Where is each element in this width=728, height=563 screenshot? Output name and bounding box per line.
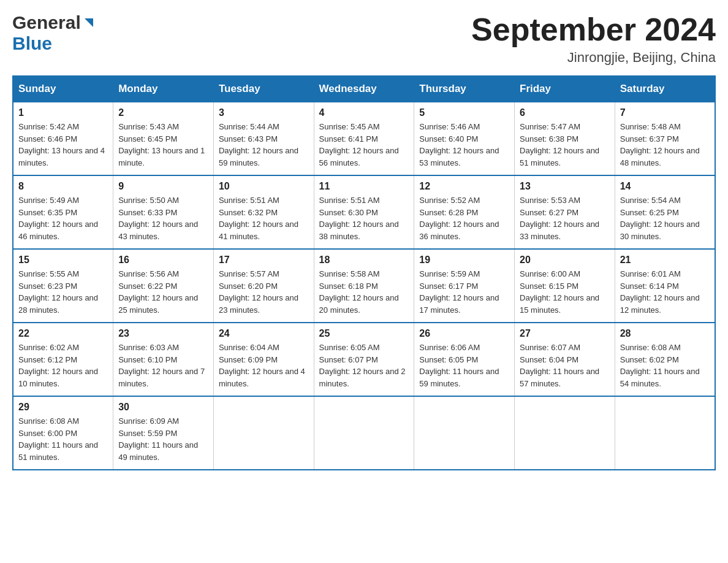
day-number: 24 (219, 328, 309, 339)
day-number: 18 (319, 255, 409, 266)
calendar-week-row: 15 Sunrise: 5:55 AM Sunset: 6:23 PM Dayl… (13, 249, 715, 323)
calendar-day-header-monday: Monday (113, 76, 214, 102)
day-info: Sunrise: 5:59 AM Sunset: 6:17 PM Dayligh… (419, 268, 509, 316)
day-number: 22 (18, 328, 108, 339)
day-number: 16 (118, 255, 208, 266)
calendar-cell (314, 396, 414, 470)
day-info: Sunrise: 5:45 AM Sunset: 6:41 PM Dayligh… (319, 121, 409, 169)
calendar-cell: 16 Sunrise: 5:56 AM Sunset: 6:22 PM Dayl… (113, 249, 214, 323)
calendar-cell: 19 Sunrise: 5:59 AM Sunset: 6:17 PM Dayl… (414, 249, 515, 323)
calendar-cell: 18 Sunrise: 5:58 AM Sunset: 6:18 PM Dayl… (314, 249, 414, 323)
day-number: 30 (118, 402, 208, 413)
calendar-day-header-tuesday: Tuesday (213, 76, 314, 102)
day-info: Sunrise: 5:51 AM Sunset: 6:30 PM Dayligh… (319, 194, 409, 242)
day-number: 10 (219, 181, 309, 192)
day-number: 2 (118, 107, 208, 118)
day-number: 11 (319, 181, 409, 192)
day-info: Sunrise: 5:46 AM Sunset: 6:40 PM Dayligh… (419, 121, 509, 169)
calendar-cell (213, 396, 314, 470)
calendar-table: SundayMondayTuesdayWednesdayThursdayFrid… (12, 75, 716, 470)
day-number: 29 (18, 402, 108, 413)
calendar-week-row: 8 Sunrise: 5:49 AM Sunset: 6:35 PM Dayli… (13, 175, 715, 249)
day-number: 4 (319, 107, 409, 118)
day-number: 14 (620, 181, 710, 192)
day-info: Sunrise: 5:54 AM Sunset: 6:25 PM Dayligh… (620, 194, 710, 242)
calendar-day-header-sunday: Sunday (13, 76, 113, 102)
day-info: Sunrise: 6:08 AM Sunset: 6:02 PM Dayligh… (620, 342, 710, 389)
calendar-cell: 4 Sunrise: 5:45 AM Sunset: 6:41 PM Dayli… (314, 102, 414, 175)
day-number: 25 (319, 328, 409, 339)
calendar-day-header-wednesday: Wednesday (314, 76, 414, 102)
day-number: 20 (520, 255, 610, 266)
day-info: Sunrise: 6:09 AM Sunset: 5:59 PM Dayligh… (118, 415, 208, 463)
day-number: 1 (18, 107, 108, 118)
logo: General Blue (12, 12, 96, 54)
day-info: Sunrise: 6:00 AM Sunset: 6:15 PM Dayligh… (520, 268, 610, 316)
day-number: 28 (620, 328, 710, 339)
calendar-cell: 13 Sunrise: 5:53 AM Sunset: 6:27 PM Dayl… (515, 175, 615, 249)
logo-blue-text: Blue (12, 33, 52, 53)
day-info: Sunrise: 5:50 AM Sunset: 6:33 PM Dayligh… (118, 194, 208, 242)
calendar-cell: 15 Sunrise: 5:55 AM Sunset: 6:23 PM Dayl… (13, 249, 113, 323)
day-number: 7 (620, 107, 710, 118)
month-year-title: September 2024 (471, 12, 716, 47)
svg-marker-0 (85, 18, 93, 27)
day-info: Sunrise: 5:53 AM Sunset: 6:27 PM Dayligh… (520, 194, 610, 242)
day-info: Sunrise: 5:43 AM Sunset: 6:45 PM Dayligh… (118, 121, 208, 169)
calendar-cell: 29 Sunrise: 6:08 AM Sunset: 6:00 PM Dayl… (13, 396, 113, 470)
day-info: Sunrise: 6:04 AM Sunset: 6:09 PM Dayligh… (219, 342, 309, 389)
location-label: Jinrongjie, Beijing, China (471, 50, 716, 66)
day-number: 9 (118, 181, 208, 192)
calendar-week-row: 1 Sunrise: 5:42 AM Sunset: 6:46 PM Dayli… (13, 102, 715, 175)
calendar-cell: 17 Sunrise: 5:57 AM Sunset: 6:20 PM Dayl… (213, 249, 314, 323)
calendar-cell: 26 Sunrise: 6:06 AM Sunset: 6:05 PM Dayl… (414, 323, 515, 396)
calendar-cell: 10 Sunrise: 5:51 AM Sunset: 6:32 PM Dayl… (213, 175, 314, 249)
calendar-cell (515, 396, 615, 470)
calendar-day-header-saturday: Saturday (615, 76, 715, 102)
day-number: 19 (419, 255, 509, 266)
calendar-cell: 20 Sunrise: 6:00 AM Sunset: 6:15 PM Dayl… (515, 249, 615, 323)
day-info: Sunrise: 5:51 AM Sunset: 6:32 PM Dayligh… (219, 194, 309, 242)
day-info: Sunrise: 5:55 AM Sunset: 6:23 PM Dayligh… (18, 268, 108, 316)
day-info: Sunrise: 5:49 AM Sunset: 6:35 PM Dayligh… (18, 194, 108, 242)
day-info: Sunrise: 5:48 AM Sunset: 6:37 PM Dayligh… (620, 121, 710, 169)
day-number: 23 (118, 328, 208, 339)
logo-arrow-icon (82, 16, 96, 32)
day-info: Sunrise: 6:01 AM Sunset: 6:14 PM Dayligh… (620, 268, 710, 316)
calendar-day-header-thursday: Thursday (414, 76, 515, 102)
day-info: Sunrise: 5:56 AM Sunset: 6:22 PM Dayligh… (118, 268, 208, 316)
calendar-cell: 3 Sunrise: 5:44 AM Sunset: 6:43 PM Dayli… (213, 102, 314, 175)
day-info: Sunrise: 6:08 AM Sunset: 6:00 PM Dayligh… (18, 415, 108, 463)
logo-general-text: General (12, 12, 81, 33)
calendar-cell: 23 Sunrise: 6:03 AM Sunset: 6:10 PM Dayl… (113, 323, 214, 396)
day-number: 17 (219, 255, 309, 266)
day-number: 8 (18, 181, 108, 192)
day-info: Sunrise: 6:03 AM Sunset: 6:10 PM Dayligh… (118, 342, 208, 389)
calendar-cell: 30 Sunrise: 6:09 AM Sunset: 5:59 PM Dayl… (113, 396, 214, 470)
calendar-header-row: SundayMondayTuesdayWednesdayThursdayFrid… (13, 76, 715, 102)
day-info: Sunrise: 5:44 AM Sunset: 6:43 PM Dayligh… (219, 121, 309, 169)
calendar-cell: 1 Sunrise: 5:42 AM Sunset: 6:46 PM Dayli… (13, 102, 113, 175)
calendar-cell: 5 Sunrise: 5:46 AM Sunset: 6:40 PM Dayli… (414, 102, 515, 175)
day-info: Sunrise: 5:52 AM Sunset: 6:28 PM Dayligh… (419, 194, 509, 242)
day-number: 13 (520, 181, 610, 192)
calendar-cell: 14 Sunrise: 5:54 AM Sunset: 6:25 PM Dayl… (615, 175, 715, 249)
calendar-cell (615, 396, 715, 470)
day-info: Sunrise: 6:06 AM Sunset: 6:05 PM Dayligh… (419, 342, 509, 389)
day-info: Sunrise: 5:57 AM Sunset: 6:20 PM Dayligh… (219, 268, 309, 316)
calendar-cell: 24 Sunrise: 6:04 AM Sunset: 6:09 PM Dayl… (213, 323, 314, 396)
day-info: Sunrise: 6:07 AM Sunset: 6:04 PM Dayligh… (520, 342, 610, 389)
day-number: 12 (419, 181, 509, 192)
calendar-cell: 9 Sunrise: 5:50 AM Sunset: 6:33 PM Dayli… (113, 175, 214, 249)
day-number: 26 (419, 328, 509, 339)
day-number: 21 (620, 255, 710, 266)
calendar-cell: 2 Sunrise: 5:43 AM Sunset: 6:45 PM Dayli… (113, 102, 214, 175)
page-header: General Blue September 2024 Jinrongjie, … (12, 12, 716, 66)
calendar-week-row: 29 Sunrise: 6:08 AM Sunset: 6:00 PM Dayl… (13, 396, 715, 470)
calendar-cell: 28 Sunrise: 6:08 AM Sunset: 6:02 PM Dayl… (615, 323, 715, 396)
calendar-day-header-friday: Friday (515, 76, 615, 102)
calendar-cell: 21 Sunrise: 6:01 AM Sunset: 6:14 PM Dayl… (615, 249, 715, 323)
day-number: 5 (419, 107, 509, 118)
day-info: Sunrise: 5:47 AM Sunset: 6:38 PM Dayligh… (520, 121, 610, 169)
calendar-cell: 27 Sunrise: 6:07 AM Sunset: 6:04 PM Dayl… (515, 323, 615, 396)
